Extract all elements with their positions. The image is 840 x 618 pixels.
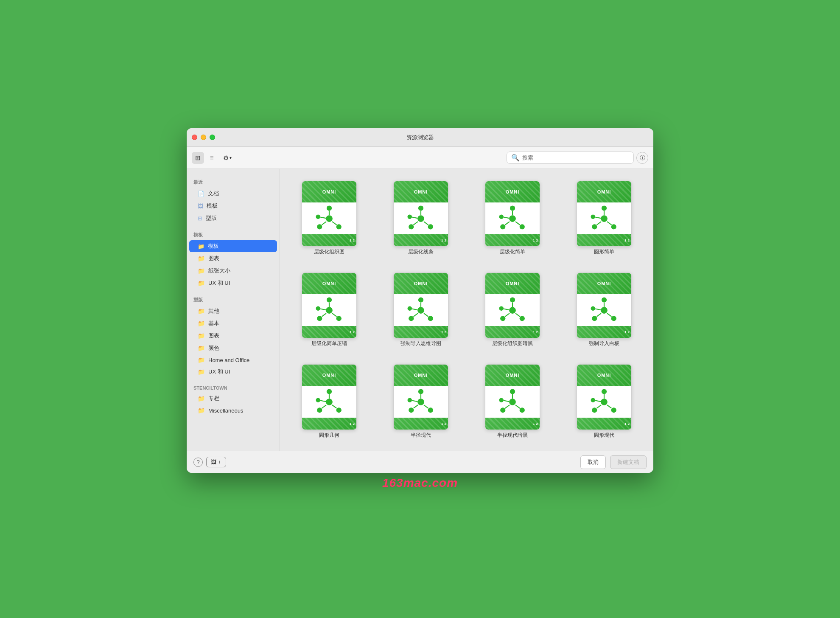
sidebar-item-ux-ui[interactable]: 📁 UX 和 UI [189, 277, 277, 289]
file-card-header: OMNI [577, 273, 631, 294]
svg-point-50 [428, 316, 433, 321]
file-card: OMNI [393, 181, 448, 247]
svg-point-63 [601, 307, 608, 314]
footer-right: 取消 新建文稿 [580, 455, 647, 469]
add-image-icon: 🖼 [211, 459, 216, 465]
svg-point-55 [510, 297, 515, 302]
svg-point-90 [509, 399, 516, 405]
sidebar-item-stencils-recent[interactable]: ⊞ 型版 [189, 212, 277, 224]
file-card-body [302, 294, 356, 326]
grid-item-2[interactable]: OMNI [380, 177, 462, 259]
svg-line-31 [597, 222, 602, 225]
settings-button[interactable]: ⚙ ▾ [220, 152, 235, 164]
app-logo: OMNI [322, 281, 336, 286]
file-card-footer: 1 2 [302, 326, 356, 338]
sidebar-item-miscellaneous[interactable]: 📁 Miscellaneous [189, 405, 277, 416]
grid-item-8[interactable]: OMNI [563, 269, 645, 351]
svg-point-82 [418, 389, 423, 394]
sidebar-section-stenciltown: STENCILTOWN [187, 382, 280, 392]
grid-item-12[interactable]: OMNI [563, 361, 645, 442]
grid-view-icon: ⊞ [195, 154, 201, 162]
titlebar: 资源浏览器 [187, 128, 653, 147]
search-input[interactable] [522, 154, 629, 161]
grid-item-3[interactable]: OMNI [472, 177, 553, 259]
file-card-footer: 1 2 [302, 234, 356, 246]
file-card-footer: 1 2 [394, 418, 448, 430]
help-button[interactable]: ? [193, 458, 203, 467]
folder-icon: 📁 [198, 267, 205, 274]
file-card-body [394, 386, 448, 418]
file-card-header: OMNI [394, 365, 448, 386]
svg-point-99 [601, 399, 608, 405]
svg-line-33 [607, 222, 612, 225]
sidebar-item-templates-recent[interactable]: 🖼 模板 [189, 200, 277, 212]
node-graph-icon [498, 387, 527, 417]
cancel-button[interactable]: 取消 [580, 455, 606, 469]
minimize-button[interactable] [201, 135, 206, 140]
info-button[interactable]: ⓘ [636, 152, 648, 164]
sidebar-item-paper-size[interactable]: 📁 纸张大小 [189, 265, 277, 277]
sidebar-item-colors[interactable]: 📁 颜色 [189, 342, 277, 354]
grid-item-label: 层级化线条 [408, 248, 434, 256]
file-card-header: OMNI [302, 181, 356, 202]
sidebar-item-charts[interactable]: 📁 图表 [189, 253, 277, 264]
svg-point-16 [408, 214, 412, 219]
grid-item-11[interactable]: OMNI [472, 361, 553, 442]
svg-line-71 [595, 309, 601, 310]
new-document-button[interactable]: 新建文稿 [610, 455, 647, 469]
question-icon: ? [196, 459, 199, 465]
grid-view-button[interactable]: ⊞ [192, 152, 204, 164]
svg-point-5 [336, 224, 342, 229]
app-logo: OMNI [322, 373, 336, 378]
sidebar-item-column[interactable]: 📁 专栏 [189, 393, 277, 405]
svg-line-22 [505, 222, 510, 225]
file-card: OMNI [485, 181, 540, 247]
add-template-button[interactable]: 🖼 + [206, 457, 226, 467]
footer: ? 🖼 + 取消 新建文稿 [187, 451, 653, 473]
grid-item-4[interactable]: OMNI [563, 177, 645, 259]
grid-item-1[interactable]: OMNI [288, 177, 370, 259]
grid-item-label: 圆形几何 [319, 432, 339, 439]
grid-item-5[interactable]: OMNI [288, 269, 370, 351]
maximize-button[interactable] [210, 135, 215, 140]
sidebar-item-home-office[interactable]: 📁 Home and Office [189, 354, 277, 365]
file-card: OMNI [393, 272, 448, 338]
list-view-button[interactable]: ≡ [207, 152, 217, 163]
svg-line-94 [505, 405, 510, 408]
file-card: OMNI [302, 181, 357, 247]
folder-icon: 📁 [198, 368, 205, 375]
sidebar-item-ux-ui2[interactable]: 📁 UX 和 UI [189, 366, 277, 378]
sidebar: 最近 📄 文档 🖼 模板 ⊞ 型版 模板 📁 模板 [187, 169, 280, 451]
svg-point-93 [500, 407, 505, 413]
sidebar-item-templates-active[interactable]: 📁 模板 [189, 240, 277, 252]
template-icon: 🖼 [198, 203, 203, 209]
close-button[interactable] [192, 135, 197, 140]
sidebar-item-others[interactable]: 📁 其他 [189, 305, 277, 317]
grid-item-6[interactable]: OMNI [380, 269, 462, 351]
svg-point-106 [591, 398, 596, 402]
app-logo: OMNI [506, 281, 520, 286]
grid-item-label: 强制导入思维导图 [400, 340, 441, 347]
grid-item-9[interactable]: OMNI [288, 361, 370, 442]
svg-point-81 [417, 399, 424, 405]
node-graph-icon [498, 295, 527, 325]
file-card-body [485, 386, 540, 418]
file-card-footer: 1 2 [302, 418, 356, 430]
sidebar-item-basic[interactable]: 📁 基本 [189, 317, 277, 329]
svg-line-15 [424, 222, 428, 225]
svg-point-19 [510, 205, 515, 211]
chevron-down-icon: ▾ [230, 155, 232, 160]
sidebar-item-documents[interactable]: 📄 文档 [189, 188, 277, 199]
app-logo: OMNI [597, 373, 611, 378]
search-box: 🔍 [507, 152, 634, 164]
svg-line-42 [332, 313, 337, 317]
gear-icon: ⚙ [223, 154, 229, 162]
svg-point-36 [326, 307, 333, 314]
grid-item-7[interactable]: OMNI [472, 269, 553, 351]
svg-line-4 [322, 222, 327, 225]
svg-point-104 [611, 407, 616, 413]
svg-point-54 [509, 307, 516, 314]
sidebar-item-charts2[interactable]: 📁 图表 [189, 330, 277, 342]
ruler-marks: 1 2 [533, 422, 538, 426]
grid-item-10[interactable]: OMNI [380, 361, 462, 442]
